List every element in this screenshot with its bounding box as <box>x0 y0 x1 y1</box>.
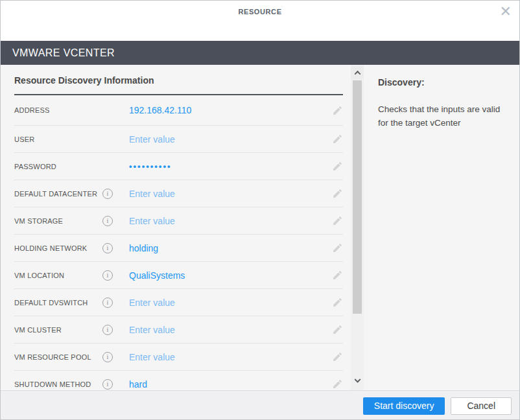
help-heading: Discovery: <box>378 77 505 88</box>
edit-button[interactable] <box>329 297 343 308</box>
field-value[interactable]: hard <box>129 379 329 390</box>
field-value[interactable]: Enter value <box>129 298 329 308</box>
pencil-icon <box>332 270 343 281</box>
field-value[interactable]: Enter value <box>129 352 329 362</box>
form-row: USEREnter value <box>14 126 343 153</box>
info-icon[interactable] <box>102 298 113 308</box>
form-heading: Resource Discovery Information <box>14 75 343 95</box>
info-cell <box>102 352 129 362</box>
pencil-icon <box>332 161 343 172</box>
pencil-icon <box>332 215 343 226</box>
start-discovery-button[interactable]: Start discovery <box>363 397 445 415</box>
field-label: SHUTDOWN METHOD <box>14 380 102 388</box>
field-value[interactable]: 192.168.42.110 <box>129 105 329 115</box>
dialog-footer: Start discovery Cancel <box>1 390 519 420</box>
cancel-button[interactable]: Cancel <box>451 397 512 415</box>
form-row: VM CLUSTEREnter value <box>14 316 343 344</box>
form-row: VM LOCATIONQualiSystems <box>14 262 343 289</box>
help-description: Checks that the inputs are valid for the… <box>378 103 505 130</box>
title-bar: RESOURCE <box>1 1 519 41</box>
edit-button[interactable] <box>329 324 343 335</box>
form-row: DEFAULT DATACENTEREnter value <box>14 180 343 207</box>
field-label: ADDRESS <box>14 106 102 114</box>
pencil-icon <box>332 324 343 335</box>
info-icon[interactable] <box>102 379 113 390</box>
info-icon[interactable] <box>102 325 113 335</box>
discovery-form: Resource Discovery Information ADDRESS19… <box>1 65 351 390</box>
resource-type-title: VMWARE VCENTER <box>12 47 115 59</box>
info-icon[interactable] <box>102 189 113 199</box>
pencil-icon <box>332 105 343 116</box>
edit-button[interactable] <box>329 379 343 390</box>
pencil-icon <box>332 297 343 308</box>
field-value[interactable]: Enter value <box>129 216 329 226</box>
scroll-down-button[interactable] <box>351 375 364 388</box>
field-label: DEFAULT DVSWITCH <box>14 299 102 307</box>
resource-dialog: RESOURCE VMWARE VCENTER Resource Discove… <box>0 0 520 420</box>
info-cell <box>102 298 129 308</box>
scrollbar-thumb[interactable] <box>353 80 362 314</box>
field-value[interactable]: Enter value <box>129 325 329 335</box>
edit-button[interactable] <box>329 105 343 116</box>
form-row: DEFAULT DVSWITCHEnter value <box>14 289 343 316</box>
scrollbar[interactable] <box>351 65 364 390</box>
field-label: VM CLUSTER <box>14 326 102 334</box>
chevron-down-icon <box>354 376 360 382</box>
form-row: VM RESOURCE POOLEnter value <box>14 344 343 371</box>
info-cell <box>102 243 129 253</box>
edit-button[interactable] <box>329 242 343 253</box>
edit-button[interactable] <box>329 134 343 145</box>
info-cell <box>102 216 129 226</box>
info-icon[interactable] <box>102 243 113 253</box>
pencil-icon <box>332 379 343 390</box>
pencil-icon <box>332 188 343 199</box>
field-value[interactable]: QualiSystems <box>129 270 329 281</box>
close-icon[interactable] <box>500 3 512 20</box>
field-label: PASSWORD <box>14 163 102 170</box>
dialog-content: Resource Discovery Information ADDRESS19… <box>1 65 519 390</box>
field-value[interactable]: Enter value <box>129 189 329 199</box>
info-cell <box>102 189 129 199</box>
edit-button[interactable] <box>329 215 343 226</box>
field-label: VM RESOURCE POOL <box>14 353 102 361</box>
edit-button[interactable] <box>329 270 343 281</box>
form-row: PASSWORD•••••••••• <box>14 153 343 180</box>
info-icon[interactable] <box>102 352 113 362</box>
scroll-up-button[interactable] <box>351 66 364 79</box>
info-cell <box>102 379 129 390</box>
info-cell <box>102 270 129 281</box>
field-label: DEFAULT DATACENTER <box>14 190 102 198</box>
form-row: VM STORAGEEnter value <box>14 207 343 235</box>
info-cell <box>102 325 129 335</box>
pencil-icon <box>332 134 343 145</box>
form-row: SHUTDOWN METHODhard <box>14 371 343 390</box>
field-value[interactable]: holding <box>129 243 329 253</box>
field-label: USER <box>14 135 102 143</box>
edit-button[interactable] <box>329 188 343 199</box>
field-value[interactable]: •••••••••• <box>129 161 329 171</box>
info-icon[interactable] <box>102 216 113 226</box>
field-label: VM STORAGE <box>14 217 102 225</box>
form-row: ADDRESS192.168.42.110 <box>14 95 343 126</box>
form-row: HOLDING NETWORKholding <box>14 235 343 262</box>
field-label: VM LOCATION <box>14 272 102 279</box>
pencil-icon <box>332 242 343 253</box>
edit-button[interactable] <box>329 351 343 362</box>
chevron-up-icon <box>354 70 360 76</box>
edit-button[interactable] <box>329 161 343 172</box>
resource-type-banner: VMWARE VCENTER <box>1 41 519 65</box>
help-panel: Discovery: Checks that the inputs are va… <box>364 65 519 390</box>
dialog-title: RESOURCE <box>1 1 519 16</box>
info-icon[interactable] <box>102 270 113 281</box>
field-value[interactable]: Enter value <box>129 134 329 145</box>
pencil-icon <box>332 351 343 362</box>
field-label: HOLDING NETWORK <box>14 244 102 252</box>
